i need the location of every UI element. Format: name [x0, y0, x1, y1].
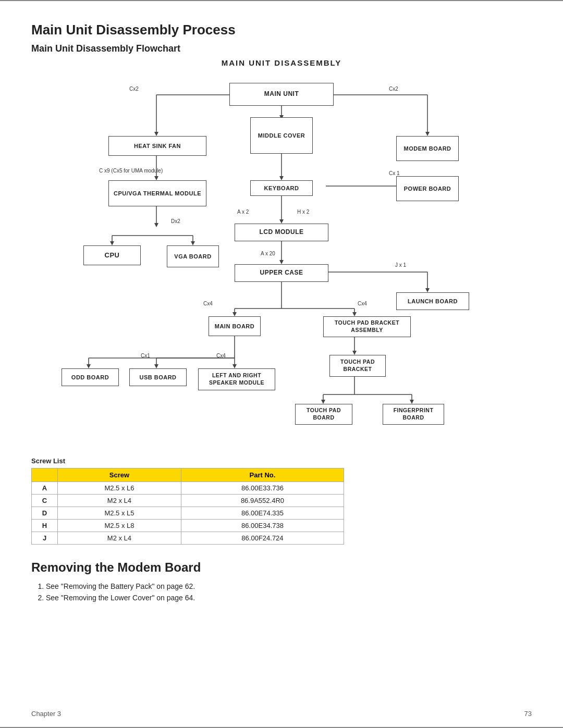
svg-marker-11	[154, 176, 158, 180]
box-lcd-module: LCD MODULE	[235, 224, 328, 241]
svg-marker-23	[279, 260, 284, 264]
table-row: AM2.5 x L686.00E33.736	[32, 482, 344, 495]
box-left-right-speaker: LEFT AND RIGHT SPEAKER MODULE	[198, 368, 275, 390]
svg-marker-21	[279, 219, 284, 224]
col-header-partno: Part No.	[181, 468, 344, 482]
label-jx1: J x 1	[395, 262, 406, 268]
sub-title: Main Unit Disassembly Flowchart	[31, 43, 532, 54]
table-cell: M2 x L4	[58, 532, 181, 545]
table-cell: M2.5 x L5	[58, 507, 181, 520]
box-touch-pad-bracket-assembly: TOUCH PAD BRACKET ASSEMBLY	[323, 316, 411, 337]
svg-marker-47	[352, 351, 357, 355]
box-launch-board: LAUNCH BOARD	[396, 292, 469, 310]
svg-marker-7	[425, 132, 430, 136]
table-cell: D	[32, 507, 58, 520]
svg-marker-16	[110, 241, 114, 245]
screw-list-title: Screw List	[31, 457, 532, 465]
svg-marker-30	[425, 288, 430, 292]
table-cell: C	[32, 495, 58, 507]
section2-title: Removing the Modem Board	[31, 560, 532, 575]
table-cell: A	[32, 482, 58, 495]
list-item: See "Removing the Battery Pack" on page …	[46, 582, 532, 590]
screw-table: Screw Part No. AM2.5 x L686.00E33.736CM2…	[31, 468, 344, 545]
svg-marker-43	[154, 364, 158, 368]
box-vga-board: VGA BOARD	[167, 245, 219, 267]
col-header-empty	[32, 468, 58, 482]
box-fingerprint-board: FINGERPRINT BOARD	[383, 404, 444, 425]
box-main-board: MAIN BOARD	[209, 316, 261, 336]
box-upper-case: UPPER CASE	[235, 264, 328, 282]
label-cx4-bottom: Cx4	[216, 353, 226, 359]
table-cell: M2.5 x L6	[58, 482, 181, 495]
box-odd-board: ODD BOARD	[62, 368, 119, 386]
page: Main Unit Disassembly Process Main Unit …	[0, 0, 563, 728]
label-cx2-left: Cx2	[129, 86, 139, 92]
box-middle-cover: MIDDLE COVER	[250, 117, 313, 154]
label-cx4-left: Cx4	[203, 301, 213, 306]
flowchart-area: MAIN UNIT Cx2 HEAT SINK FAN MIDDLE COVER…	[31, 77, 532, 441]
label-dx2: Dx2	[171, 218, 180, 224]
svg-marker-36	[352, 312, 357, 316]
table-cell: 86.00E33.736	[181, 482, 344, 495]
table-cell: 86.00E74.335	[181, 507, 344, 520]
table-cell: M2 x L4	[58, 495, 181, 507]
table-cell: 86.00F24.724	[181, 532, 344, 545]
box-keyboard: KEYBOARD	[250, 180, 313, 196]
footer: Chapter 3 73	[31, 710, 532, 718]
box-cpu: CPU	[83, 245, 141, 265]
screw-list-section: Screw List Screw Part No. AM2.5 x L686.0…	[31, 457, 532, 545]
label-cx1-odd: Cx1	[141, 353, 150, 359]
svg-marker-13	[154, 223, 158, 227]
label-cx2-right: Cx2	[389, 86, 398, 92]
label-cx9: C x9 (Cx5 for UMA module)	[99, 168, 163, 174]
label-ax20: A x 20	[261, 251, 275, 256]
steps-list: See "Removing the Battery Pack" on page …	[31, 582, 532, 602]
flowchart-heading: MAIN UNIT DISASSEMBLY	[31, 58, 532, 67]
svg-marker-45	[232, 364, 237, 368]
footer-left: Chapter 3	[31, 710, 61, 718]
svg-marker-51	[321, 400, 325, 404]
list-item: See "Removing the Lower Cover" on page 6…	[46, 594, 532, 602]
box-modem-board: MODEM BOARD	[396, 136, 459, 161]
label-cx1-power: Cx 1	[389, 170, 400, 176]
table-cell: 86.9A552.4R0	[181, 495, 344, 507]
label-cx4-right: Cx4	[358, 301, 367, 306]
label-ax2: A x 2	[237, 209, 249, 215]
table-cell: M2.5 x L8	[58, 520, 181, 532]
main-title: Main Unit Disassembly Process	[31, 22, 532, 38]
svg-marker-9	[279, 176, 284, 180]
box-cpu-vga-thermal: CPU/VGA THERMAL MODULE	[108, 180, 206, 206]
svg-marker-40	[87, 364, 91, 368]
footer-right: 73	[524, 710, 532, 718]
label-hx2: H x 2	[297, 209, 309, 215]
table-cell: H	[32, 520, 58, 532]
box-touch-pad-board: TOUCH PAD BOARD	[295, 404, 352, 425]
box-heat-sink-fan: HEAT SINK FAN	[108, 136, 206, 156]
svg-marker-54	[410, 400, 414, 404]
box-power-board: POWER BOARD	[396, 176, 459, 201]
table-row: CM2 x L486.9A552.4R0	[32, 495, 344, 507]
table-cell: J	[32, 532, 58, 545]
table-row: DM2.5 x L586.00E74.335	[32, 507, 344, 520]
box-main-unit: MAIN UNIT	[229, 83, 334, 106]
box-touch-pad-bracket: TOUCH PAD BRACKET	[329, 355, 386, 377]
svg-marker-4	[154, 132, 158, 136]
table-cell: 86.00E34.738	[181, 520, 344, 532]
svg-marker-19	[191, 241, 195, 245]
svg-marker-33	[232, 312, 237, 316]
table-row: JM2 x L486.00F24.724	[32, 532, 344, 545]
box-usb-board: USB BOARD	[129, 368, 187, 386]
table-row: HM2.5 x L886.00E34.738	[32, 520, 344, 532]
col-header-screw: Screw	[58, 468, 181, 482]
